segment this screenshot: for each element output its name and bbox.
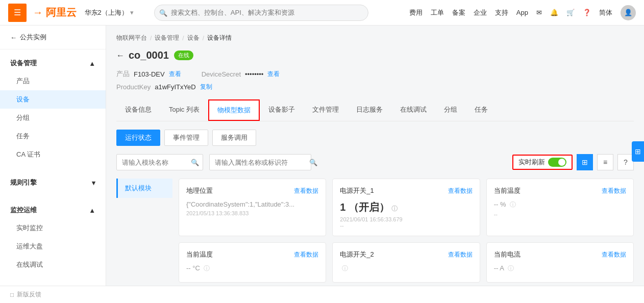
sub-tab-runtime-status[interactable]: 运行状态 [116,130,160,146]
toggle-switch[interactable] [548,158,566,167]
card-header-ps2: 电源开关_2 查看数据 [340,250,472,259]
card-current-ampere: 当前电流 查看数据 -- A ⓘ [486,242,634,283]
sub-tabs: 运行状态 事件管理 服务调用 [116,130,634,146]
tab-device-info[interactable]: 设备信息 [116,99,160,121]
list-view-button[interactable]: ≡ [597,154,613,170]
module-item-default[interactable]: 默认模块 [116,179,172,198]
device-secret-value: •••••••• [245,70,263,78]
device-info-productkey: ProductKey a1wFyITxYeD 复制 [116,83,212,91]
card-link-ps1[interactable]: 查看数据 [448,187,473,195]
sidebar-item-ca[interactable]: CA 证书 [0,145,106,164]
card-link-geo[interactable]: 查看数据 [294,187,318,195]
logo: → 阿里云 [33,6,77,19]
product-link[interactable]: 查看 [169,70,181,79]
search-input[interactable] [154,5,368,21]
realtime-label: 实时刷新 [518,158,545,167]
sidebar-item-product[interactable]: 产品 [0,72,106,90]
tab-task[interactable]: 任务 [466,99,497,121]
sidebar-item-task[interactable]: 任务 [0,127,106,145]
sidebar-item-ops-dashboard[interactable]: 运维大盘 [0,237,106,256]
sidebar-section-header-device-mgmt[interactable]: 设备管理 ▲ [0,55,106,72]
region-chevron-icon: ▾ [130,9,134,16]
card-extra-ps1: -- [340,222,472,229]
sub-tab-service-call[interactable]: 服务调用 [212,130,256,146]
realtime-refresh-toggle[interactable]: 实时刷新 [512,155,573,170]
card-time-geo: 2021/05/13 13:36:38.833 [186,210,318,216]
sidebar-section-rules: 规则引擎 ▾ [0,169,106,196]
sidebar-item-device[interactable]: 设备 [0,90,106,109]
hamburger-button[interactable]: ☰ [8,4,27,22]
nav-right: 费用 工单 备案 企业 支持 App ✉ 🔔 🛒 ❓ 简体 👤 [409,5,636,20]
search-icon: 🔍 [159,9,167,16]
card-title-ps2: 电源开关_2 [340,250,374,259]
cards-grid: 地理位置 查看数据 {"CoordinateSystem":1,"Latitud… [172,179,634,283]
lang-selector[interactable]: 简体 [599,8,612,17]
nav-support[interactable]: 支持 [495,8,508,17]
info-icon-temp-pct[interactable]: ⓘ [510,201,516,208]
nav-app[interactable]: App [516,9,528,16]
feedback-bar: □ 新版反馈 [0,286,644,303]
nav-enterprise[interactable]: 企业 [474,8,487,17]
info-icon-temp-c[interactable]: ⓘ [204,265,210,272]
tab-log-service[interactable]: 日志服务 [348,99,391,121]
sidebar-item-online-debug[interactable]: 在线调试 [0,256,106,274]
product-label: 产品 [116,69,130,79]
page-back-button[interactable]: ← [116,51,125,60]
nav-ticket[interactable]: 工单 [431,8,444,17]
feedback-label[interactable]: 新版反馈 [17,290,41,299]
sidebar-back-button[interactable]: ← 公共实例 [0,26,106,49]
card-header-ampere: 当前电流 查看数据 [494,250,626,259]
avatar-image: 👤 [624,9,632,16]
card-link-ampere[interactable]: 查看数据 [602,250,626,259]
info-icon-ps1[interactable]: ⓘ [391,205,398,212]
card-power-switch-2: 电源开关_2 查看数据 ⓘ [332,242,480,283]
avatar[interactable]: 👤 [621,5,636,20]
card-current-temp-pct: 当前温度 查看数据 -- % ⓘ -- [486,179,634,236]
tab-thing-model[interactable]: 物模型数据 [208,99,260,121]
card-title-temp-pct: 当前温度 [494,186,521,195]
bell-icon[interactable]: 🔔 [550,9,558,16]
card-link-temp-pct[interactable]: 查看数据 [602,187,626,195]
nav-beian[interactable]: 备案 [452,8,465,17]
device-secret-link[interactable]: 查看 [267,70,280,79]
sidebar-section-header-monitor[interactable]: 监控运维 ▲ [0,201,106,219]
copy-button[interactable]: 复制 [200,83,212,91]
sidebar-back-label: 公共实例 [20,33,46,42]
sidebar-section-header-rules[interactable]: 规则引擎 ▾ [0,174,106,191]
tab-file-mgmt[interactable]: 文件管理 [304,99,348,121]
card-link-ps2[interactable]: 查看数据 [448,250,473,259]
grid-view-button[interactable]: ⊞ [577,154,593,170]
tab-device-shadow[interactable]: 设备影子 [260,99,304,121]
attr-search-icon: 🔍 [309,159,317,166]
tab-online-debug[interactable]: 在线调试 [391,99,435,121]
tab-group[interactable]: 分组 [435,99,466,121]
info-icon-ampere[interactable]: ⓘ [508,265,514,272]
attr-search-input[interactable] [209,154,311,170]
card-header-ps1: 电源开关_1 查看数据 [340,186,472,195]
sub-tab-event-mgmt[interactable]: 事件管理 [164,130,208,146]
sidebar-item-group[interactable]: 分组 [0,109,106,127]
cart-icon[interactable]: 🛒 [566,9,575,16]
card-link-temp-c[interactable]: 查看数据 [294,250,318,259]
tabs-list: 设备信息 Topic 列表 物模型数据 设备影子 文件管理 日志服务 在线调试 … [116,99,634,121]
breadcrumb-device-mgmt[interactable]: 设备管理 [155,34,179,42]
floating-grid-button[interactable]: ⊞ [632,141,644,162]
info-icon-ps2[interactable]: ⓘ [342,265,348,272]
sidebar-monitor-title: 监控运维 [10,206,37,215]
card-geo-location: 地理位置 查看数据 {"CoordinateSystem":1,"Latitud… [179,179,326,236]
breadcrumb-iot[interactable]: 物联网平台 [116,34,147,42]
module-search-input[interactable] [116,154,203,170]
question-icon[interactable]: ❓ [583,9,591,16]
logo-text: → 阿里云 [33,6,77,19]
tab-topic-list[interactable]: Topic 列表 [160,99,208,121]
device-secret-label: DeviceSecret [202,70,241,78]
main-tabs: 设备信息 Topic 列表 物模型数据 设备影子 文件管理 日志服务 在线调试 … [116,99,634,121]
nav-fees[interactable]: 费用 [409,8,423,17]
mail-icon[interactable]: ✉ [536,9,542,16]
sidebar-item-realtime-monitor[interactable]: 实时监控 [0,219,106,237]
card-time-ps1: 2021/06/01 16:56:33.679 [340,216,472,222]
region-selector[interactable]: 华东2（上海） ▾ [85,8,134,17]
floating-grid-icon: ⊞ [635,147,641,156]
main-content: 物联网平台 / 设备管理 / 设备 / 设备详情 ← co_0001 在线 产品… [106,26,644,303]
breadcrumb-device[interactable]: 设备 [187,34,200,42]
